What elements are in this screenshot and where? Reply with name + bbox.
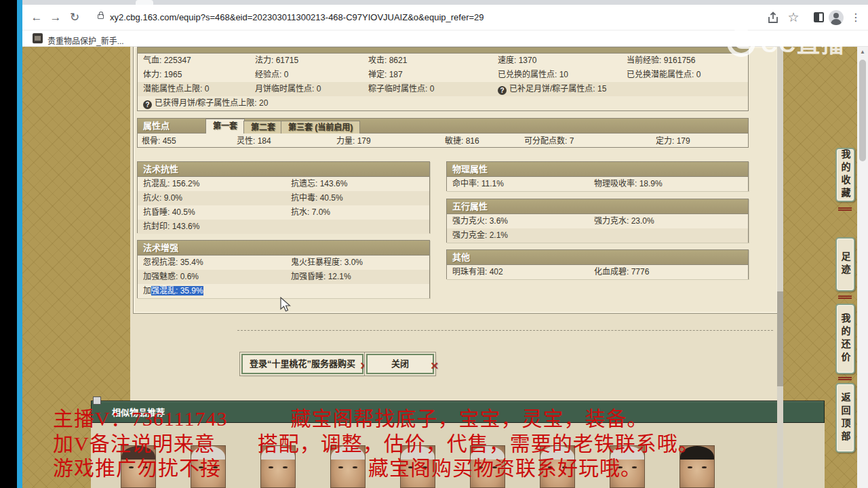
sidebar-item-back-to-top[interactable]: 返回顶部 [835,383,855,453]
stat-liliang: 力量179 [336,134,371,148]
panel-title: 法术抗性 [138,162,429,177]
scroll-up-icon[interactable]: ▲ [857,47,868,58]
panel-title: 五行属性 [447,199,748,214]
stats-summary-header [138,47,748,54]
panel-row: 明珠有泪402 化血成碧7776 [447,265,748,279]
panel-row: 抗混乱156.2% 抗遗忘143.6% [138,177,429,191]
sidebar-item-footprints[interactable]: 足迹 [835,237,855,291]
stat-item: 抗中毒40.5% [291,191,343,205]
other-panel: 其他 明珠有泪402 化血成碧7776 [446,249,749,279]
panel-title: 物理属性 [447,162,748,177]
stat-item: 忽视抗混35.4% [143,256,203,270]
stat-tili: 体力1965 [143,68,182,82]
stat-exchanged-points: 已兑换的属性点10 [498,68,568,82]
stat-qixue: 气血225347 [143,54,191,68]
panel-row: 加强混乱: 35.9% [138,284,429,298]
stat-item: 抗遗忘143.6% [291,177,347,191]
content-scrollbar[interactable] [777,47,783,488]
stat-exchanged-potential: 已兑换潜能属性点0 [627,68,701,82]
stat-item-selected: 加强混乱: 35.9% [143,284,203,298]
panel-row: 抗火9.0% 抗中毒40.5% [138,191,429,205]
side-panel-icon[interactable] [814,12,824,22]
browser-tab[interactable] [136,0,153,5]
stat-fali: 法力61715 [255,54,298,68]
stat-mooncake-points: 月饼临时属性点0 [255,82,321,96]
tab-set-3[interactable]: 第三套 (当前启用) [281,121,360,134]
panel-row: 强力克金2.1% [447,228,748,243]
ribbon-tie [838,296,852,299]
attribute-points-panel: 属性点 第一套 第二套 第三套 (当前启用) 根骨455 灵性184 力量179… [137,118,749,148]
stat-lingxing: 灵性184 [237,134,271,148]
share-icon[interactable] [766,11,780,24]
content-scrollbar-thumb[interactable] [777,291,783,386]
panel-row: 加强魅惑0.6% 加强昏睡12.1% [138,270,429,284]
profile-avatar[interactable] [829,10,844,25]
stat-item: 抗封印143.6% [143,220,199,234]
text-selection: 强混乱: 35.9% [151,286,203,296]
magic-enhance-panel: 法术增强 忽视抗混35.4% 鬼火狂暴程度3.0% 加强魅惑0.6% 加强昏睡1… [137,240,430,298]
help-icon[interactable]: ? [143,100,152,109]
back-icon[interactable]: ← [28,9,45,26]
tab-set-1[interactable]: 第一套 [205,119,245,134]
streamer-ad-line: 游戏推广勿扰不接 藏宝阁购买物资联系好玩哦。 [53,451,642,481]
panel-title: 法术增强 [138,241,429,256]
stat-item: 抗水7.0% [291,205,330,220]
address-bar[interactable]: xy2.cbg.163.com/equip?s=468&eid=20230301… [110,12,484,22]
stat-item: 加强昏睡12.1% [291,270,351,284]
stat-item: 加强魅惑0.6% [143,270,199,284]
stats-row: ?已获得月饼/粽子属性点上限20 [138,96,748,110]
panel-row: 忽视抗混35.4% 鬼火狂暴程度3.0% [138,256,429,270]
capture-edge-strip [17,0,22,488]
help-icon[interactable]: ? [498,86,507,95]
forward-icon[interactable]: → [47,9,64,26]
stat-item: 明珠有泪402 [452,265,503,279]
tab-set-2[interactable]: 第二套 [243,121,283,134]
stat-jingyan: 当前经验9161756 [627,54,695,68]
stat-zongzi-points: 粽子临时属性点0 [368,82,434,96]
magic-resist-panel: 法术抗性 抗混乱156.2% 抗遗忘143.6% 抗火9.0% 抗中毒40.5%… [137,161,430,233]
stat-topped-up-points: ?已补足月饼/粽子属性点15 [498,82,606,96]
stat-gongji: 攻击8621 [368,54,407,68]
stat-gengu: 根骨455 [142,134,176,148]
cc-watermark-text: CC直播 [761,26,846,59]
bookmark-star-icon[interactable]: ☆ [785,9,802,26]
panel-row: 命中率11.1% 物理吸收率18.9% [447,177,748,191]
lock-icon[interactable] [98,14,104,19]
stat-dingli: 定力179 [656,134,690,148]
stat-item: 物理吸收率18.9% [594,177,663,191]
panel-title: 其他 [447,250,748,265]
stat-item: 命中率11.1% [452,177,504,191]
mouse-cursor [280,297,291,312]
bookmark-favicon [33,33,43,43]
stats-row: 气血225347 法力61715 攻击8621 速度1370 当前经验91617… [138,54,748,68]
stat-item: 强力克水23.0% [594,214,654,228]
cc-logo-icon [727,28,755,57]
physical-panel: 物理属性 命中率11.1% 物理吸收率18.9% [446,161,749,191]
cc-live-watermark: CC直播 [727,26,846,59]
sidebar-item-my-counteroffer[interactable]: 我的还价 [835,304,855,374]
menu-icon[interactable]: ⋮ [848,9,864,26]
stat-jingyandian: 经验点0 [255,68,288,82]
panel-title: 属性点 [143,121,170,131]
red-seal-icon: ✕ [430,357,439,374]
reload-icon[interactable]: ↻ [66,9,83,26]
stat-potential-cap: 潜能属性点上限0 [143,82,209,96]
sidebar-item-favorites[interactable]: 我的收藏 [835,148,855,202]
stats-row: 体力1965 经验点0 禅定187 已兑换的属性点10 已兑换潜能属性点0 [138,68,748,82]
stat-assignable: 可分配点数7 [524,134,574,148]
browser-scrollbar-thumb[interactable] [859,60,866,161]
stat-item: 鬼火狂暴程度3.0% [291,256,363,270]
stat-item: 强力克火3.6% [452,214,508,228]
stat-sudu: 速度1370 [498,54,536,68]
five-elements-panel: 五行属性 强力克火3.6% 强力克水23.0% 强力克金2.1% [446,199,749,243]
stat-item: 化血成碧7776 [594,265,649,279]
login-server-buy-button[interactable]: 登录“十里桃花”服务器购买✕ [241,354,363,374]
stat-item: 抗混乱156.2% [143,177,199,191]
attribute-points-header: 属性点 第一套 第二套 第三套 (当前启用) [138,119,748,134]
stat-item: 强力克金2.1% [452,228,508,243]
close-button[interactable]: 关闭✕ [366,354,434,374]
ribbon-tie [838,377,852,380]
stats-row: 潜能属性点上限0 月饼临时属性点0 粽子临时属性点0 ?已补足月饼/粽子属性点1… [138,82,748,96]
bookmark-item[interactable]: 贵重物品保护_新手... [47,35,124,46]
panel-row: 抗昏睡40.5% 抗水7.0% [138,205,429,220]
